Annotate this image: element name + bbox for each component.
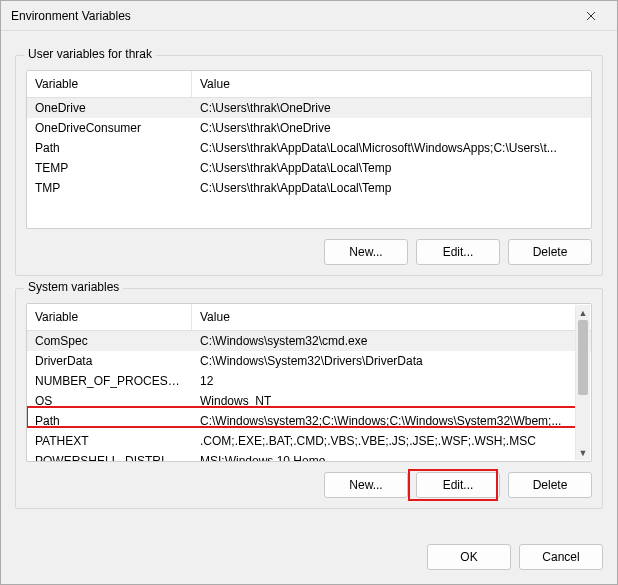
new-button[interactable]: New... [324, 472, 408, 498]
edit-button[interactable]: Edit... [416, 239, 500, 265]
delete-button[interactable]: Delete [508, 472, 592, 498]
cell-variable: OS [27, 394, 192, 408]
dialog-content: User variables for thrak Variable Value … [1, 31, 617, 534]
system-variables-list[interactable]: Variable Value ComSpec C:\Windows\system… [26, 303, 592, 462]
cell-value: Windows_NT [192, 394, 591, 408]
scroll-thumb[interactable] [578, 320, 588, 395]
list-header: Variable Value [27, 304, 591, 331]
table-row[interactable]: TEMP C:\Users\thrak\AppData\Local\Temp [27, 158, 591, 178]
cell-value: C:\Users\thrak\OneDrive [192, 101, 591, 115]
cell-variable: POWERSHELL_DISTRIBUTIO... [27, 454, 192, 461]
table-row[interactable]: Path C:\Windows\system32;C:\Windows;C:\W… [27, 411, 591, 431]
scroll-down-icon[interactable]: ▼ [576, 445, 590, 460]
cell-value: C:\Windows\system32\cmd.exe [192, 334, 591, 348]
environment-variables-dialog: Environment Variables User variables for… [0, 0, 618, 585]
cell-variable: OneDriveConsumer [27, 121, 192, 135]
dialog-footer: OK Cancel [1, 534, 617, 584]
table-row[interactable]: NUMBER_OF_PROCESSORS 12 [27, 371, 591, 391]
close-icon [586, 11, 596, 21]
list-header: Variable Value [27, 71, 591, 98]
cell-variable: ComSpec [27, 334, 192, 348]
scrollbar[interactable]: ▲ ▼ [575, 305, 590, 460]
list-body: ComSpec C:\Windows\system32\cmd.exe Driv… [27, 331, 591, 461]
cell-value: C:\Users\thrak\OneDrive [192, 121, 591, 135]
table-row[interactable]: DriverData C:\Windows\System32\Drivers\D… [27, 351, 591, 371]
cell-variable: TMP [27, 181, 192, 195]
titlebar: Environment Variables [1, 1, 617, 31]
list-body: OneDrive C:\Users\thrak\OneDrive OneDriv… [27, 98, 591, 228]
cell-variable: TEMP [27, 161, 192, 175]
scroll-track[interactable] [576, 320, 590, 445]
table-row[interactable]: TMP C:\Users\thrak\AppData\Local\Temp [27, 178, 591, 198]
new-button[interactable]: New... [324, 239, 408, 265]
table-row[interactable]: OneDriveConsumer C:\Users\thrak\OneDrive [27, 118, 591, 138]
cell-variable: Path [27, 141, 192, 155]
dialog-title: Environment Variables [11, 9, 131, 23]
cell-value: C:\Users\thrak\AppData\Local\Temp [192, 161, 591, 175]
cell-variable: Path [27, 414, 192, 428]
table-row[interactable]: POWERSHELL_DISTRIBUTIO... MSI:Windows 10… [27, 451, 591, 461]
scroll-up-icon[interactable]: ▲ [576, 305, 590, 320]
table-row[interactable]: PATHEXT .COM;.EXE;.BAT;.CMD;.VBS;.VBE;.J… [27, 431, 591, 451]
table-row[interactable]: OneDrive C:\Users\thrak\OneDrive [27, 98, 591, 118]
cancel-button[interactable]: Cancel [519, 544, 603, 570]
user-button-row: New... Edit... Delete [26, 239, 592, 265]
cell-value: C:\Windows\system32;C:\Windows;C:\Window… [192, 414, 591, 428]
delete-button[interactable]: Delete [508, 239, 592, 265]
system-button-row: New... Edit... Delete [26, 472, 592, 498]
system-variables-group: System variables Variable Value ComSpec … [15, 288, 603, 509]
cell-variable: DriverData [27, 354, 192, 368]
column-header-value[interactable]: Value [192, 304, 591, 330]
user-group-label: User variables for thrak [24, 47, 156, 61]
table-row[interactable]: OS Windows_NT [27, 391, 591, 411]
column-header-variable[interactable]: Variable [27, 71, 192, 97]
edit-button[interactable]: Edit... [416, 472, 500, 498]
table-row[interactable]: Path C:\Users\thrak\AppData\Local\Micros… [27, 138, 591, 158]
cell-value: 12 [192, 374, 591, 388]
close-button[interactable] [571, 3, 611, 29]
user-variables-group: User variables for thrak Variable Value … [15, 55, 603, 276]
column-header-variable[interactable]: Variable [27, 304, 192, 330]
user-variables-list[interactable]: Variable Value OneDrive C:\Users\thrak\O… [26, 70, 592, 229]
cell-value: .COM;.EXE;.BAT;.CMD;.VBS;.VBE;.JS;.JSE;.… [192, 434, 591, 448]
cell-variable: PATHEXT [27, 434, 192, 448]
cell-value: MSI:Windows 10 Home [192, 454, 591, 461]
table-row[interactable]: ComSpec C:\Windows\system32\cmd.exe [27, 331, 591, 351]
cell-value: C:\Users\thrak\AppData\Local\Microsoft\W… [192, 141, 591, 155]
cell-variable: OneDrive [27, 101, 192, 115]
column-header-value[interactable]: Value [192, 71, 591, 97]
ok-button[interactable]: OK [427, 544, 511, 570]
system-group-label: System variables [24, 280, 123, 294]
cell-value: C:\Windows\System32\Drivers\DriverData [192, 354, 591, 368]
cell-value: C:\Users\thrak\AppData\Local\Temp [192, 181, 591, 195]
cell-variable: NUMBER_OF_PROCESSORS [27, 374, 192, 388]
